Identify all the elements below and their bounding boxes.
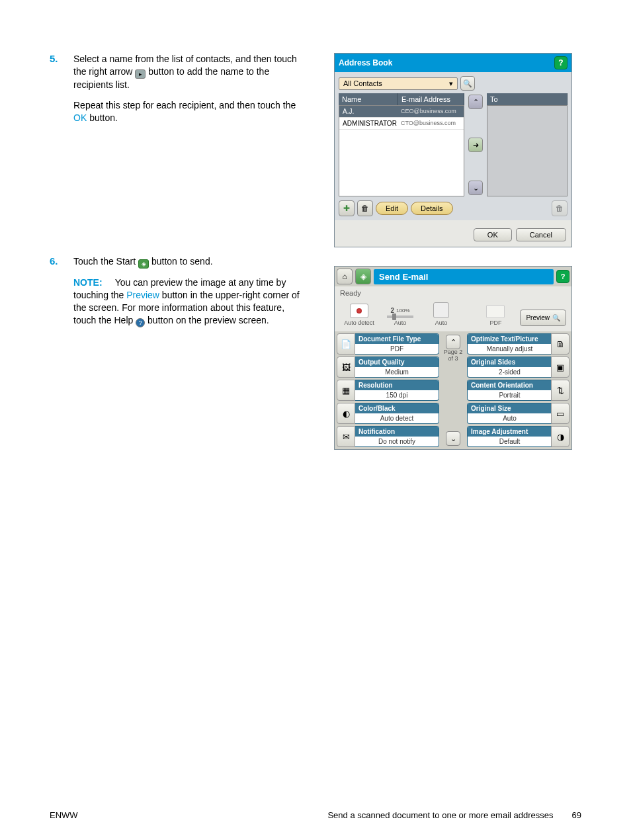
orientation-icon: ⇅ (551, 380, 569, 401)
scroll-up-icon[interactable]: ⌃ (468, 95, 483, 109)
send-email-title: Send E-mail (374, 269, 554, 284)
source-list-body[interactable]: A.J. CEO@business.com ADMINISTRATOR CTO@… (339, 105, 464, 196)
scroll-down-icon[interactable]: ⌄ (468, 181, 483, 195)
file-type-icon: 📄 (337, 333, 355, 355)
size-icon: ▭ (551, 403, 569, 424)
pdf-label: PDF (489, 319, 501, 326)
row-name: A.J. (343, 108, 401, 115)
setting-orientation[interactable]: Content Orientation Portrait ⇅ (467, 380, 569, 401)
ok-button[interactable]: OK (474, 228, 512, 241)
page-indicator: Page 2 of 3 (444, 349, 463, 362)
optimize-icon: 🗎 (551, 333, 569, 355)
page-body: 5. Select a name from the list of contac… (0, 0, 631, 484)
row-email: CEO@business.com (401, 108, 460, 115)
help-icon[interactable]: ? (556, 270, 569, 283)
auto-detect-label: Auto detect (344, 319, 374, 326)
step-6-number: 6. (50, 255, 73, 450)
step-5-text: Select a name from the list of contacts,… (73, 53, 308, 247)
footer-section-title: Send a scanned document to one or more e… (327, 810, 553, 820)
col-email: E-mail Address (398, 93, 464, 105)
col-to: To (487, 93, 568, 105)
home-icon[interactable]: ⌂ (337, 269, 353, 284)
settings-scroll-column: ⌃ Page 2 of 3 ⌄ (441, 333, 465, 447)
transfer-column: ⌃ ➜ ⌄ (467, 93, 484, 196)
address-book-title: Address Book (339, 58, 392, 67)
setting-output-quality[interactable]: 🖼 Output Quality Medium (337, 357, 439, 378)
sides-auto-label: Auto (435, 319, 448, 326)
zoom-auto-label: Auto (394, 319, 407, 326)
start-button-icon[interactable]: ◈ (355, 269, 371, 284)
zoom-value: 100% (396, 308, 409, 314)
step-5-left: 5. Select a name from the list of contac… (50, 53, 308, 247)
setting-notification[interactable]: ✉ Notification Do not notify (337, 426, 439, 447)
col-name: Name (339, 93, 398, 105)
step-6-left: 6. Touch the Start ◈ button to send. NOT… (50, 255, 308, 450)
setting-optimize[interactable]: Optimize Text/Picture Manually adjust 🗎 (467, 333, 569, 355)
recipients-body[interactable] (487, 105, 568, 196)
sides-icon: ▣ (551, 357, 569, 378)
step-5-row: 5. Select a name from the list of contac… (50, 53, 581, 247)
contact-row: A.J. CEO@business.com (339, 106, 464, 118)
help-icon[interactable]: ? (554, 56, 568, 69)
help-inline-icon: ? (136, 318, 145, 327)
edit-button[interactable]: Edit (376, 202, 408, 215)
preview-label: Preview (526, 314, 550, 321)
delete-contact-icon[interactable]: 🗑 (357, 200, 373, 216)
step-6-row: 6. Touch the Start ◈ button to send. NOT… (50, 255, 581, 450)
add-contact-icon[interactable]: ✚ (339, 200, 355, 216)
recipients-list: To (487, 93, 568, 196)
send-email-screenshot: ⌂ ◈ Send E-mail ? Ready Auto detect (334, 255, 572, 450)
ok-term: OK (73, 112, 87, 123)
color-icon: ◐ (337, 403, 355, 424)
settings-left-column: 📄 Document File Type PDF 🖼 Output Qualit… (337, 333, 439, 447)
right-arrow-icon: ▸ (135, 69, 146, 79)
setting-original-size[interactable]: Original Size Auto ▭ (467, 403, 569, 424)
row-name: ADMINISTRATOR (343, 120, 401, 127)
setting-document-file-type[interactable]: 📄 Document File Type PDF (337, 333, 439, 355)
cancel-button[interactable]: Cancel (516, 228, 566, 241)
source-list: Name E-mail Address A.J. CEO@business.co… (339, 93, 464, 196)
step6-p1a: Touch the Start (73, 256, 138, 267)
start-icon: ◈ (138, 259, 149, 269)
setting-resolution[interactable]: ▦ Resolution 150 dpi (337, 380, 439, 401)
footer-left: ENWW (50, 810, 78, 820)
resolution-icon: ▦ (337, 380, 355, 401)
setting-original-sides[interactable]: Original Sides 2-sided ▣ (467, 357, 569, 378)
notification-icon: ✉ (337, 426, 355, 447)
note-label: NOTE: (73, 277, 103, 288)
step6-p1b: button to send. (151, 256, 213, 267)
magnifier-icon: 🔍 (552, 314, 560, 321)
settings-right-column: Optimize Text/Picture Manually adjust 🗎 … (467, 333, 569, 447)
setting-image-adjustment[interactable]: Image Adjustment Default ◑ (467, 426, 569, 447)
contacts-dropdown[interactable]: All Contacts ▾ (339, 77, 458, 90)
row-email: CTO@business.com (401, 120, 460, 127)
step5-p2b: button. (89, 112, 118, 123)
trash-icon[interactable]: 🗑 (552, 200, 568, 216)
page-footer: ENWW Send a scanned document to one or m… (50, 810, 581, 820)
dropdown-value: All Contacts (343, 79, 382, 87)
contact-row: ADMINISTRATOR CTO@business.com (339, 118, 464, 130)
preview-term: Preview (126, 290, 159, 300)
adjust-icon: ◑ (551, 426, 569, 447)
setting-color-black[interactable]: ◐ Color/Black Auto detect (337, 403, 439, 424)
preview-button[interactable]: Preview 🔍 (520, 310, 566, 326)
status-text: Ready (335, 286, 571, 300)
quality-icon: 🖼 (337, 357, 355, 378)
page-number: 69 (572, 810, 581, 820)
details-button[interactable]: Details (411, 202, 453, 215)
note-c: button on the preview screen. (147, 315, 269, 325)
address-book-screenshot: Address Book ? All Contacts ▾ 🔍 (334, 53, 572, 247)
step-5-number: 5. (50, 53, 73, 247)
scroll-down-icon[interactable]: ⌄ (446, 431, 460, 446)
step-6-text: Touch the Start ◈ button to send. NOTE: … (73, 255, 308, 450)
step5-p2a: Repeat this step for each recipient, and… (73, 100, 296, 110)
search-button[interactable]: 🔍 (460, 76, 475, 91)
add-recipient-icon[interactable]: ➜ (468, 138, 483, 152)
chevron-down-icon: ▾ (449, 79, 453, 88)
address-book-titlebar: Address Book ? (335, 54, 571, 72)
scroll-up-icon[interactable]: ⌃ (446, 335, 460, 349)
